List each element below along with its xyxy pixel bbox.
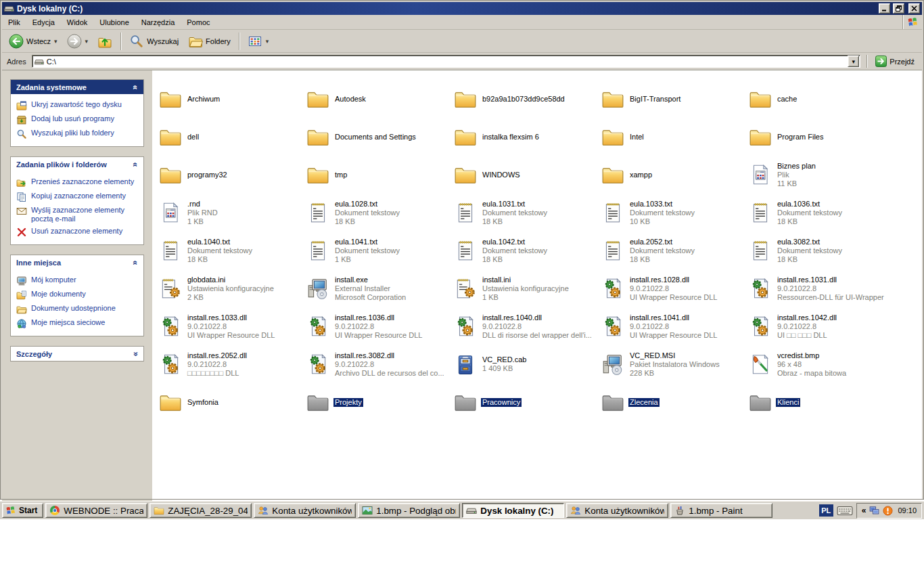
menu-item[interactable]: Edycja (26, 15, 61, 29)
menu-item[interactable]: Plik (2, 15, 26, 29)
file-item[interactable]: install.res.3082.dll 9.0.21022.8 Archivo… (305, 345, 453, 383)
file-item[interactable]: vcredist.bmp 96 x 48 Obraz - mapa bitowa (747, 345, 895, 383)
file-item[interactable]: Klienci (747, 383, 895, 421)
taskbar-task[interactable]: 1.bmp - Podgląd obrazó... (358, 503, 460, 518)
language-indicator[interactable]: PL (819, 504, 833, 517)
file-item[interactable]: Pracownicy (453, 383, 600, 421)
file-detail: 18 KB (628, 255, 696, 264)
sidebar-item[interactable]: Usuń zaznaczone elementy (15, 225, 141, 239)
sidebar-item[interactable]: Moje miejsca sieciowe (15, 316, 141, 330)
taskbar-task[interactable]: WEBNODE :: Praca kontr... (45, 503, 147, 518)
taskbar-task[interactable]: ZAJĘCIA_28-29_04_2015 (149, 503, 252, 518)
file-item[interactable]: install.res.1040.dll 9.0.21022.8 DLL di … (453, 307, 600, 345)
restore-button[interactable] (893, 3, 904, 14)
file-item[interactable]: VC_RED.MSI Pakiet Instalatora Windows 22… (600, 345, 747, 383)
menu-item[interactable]: Ulubione (93, 15, 135, 29)
file-item[interactable]: Program Files (747, 118, 895, 156)
menu-item[interactable]: Widok (61, 15, 94, 29)
file-detail: Ressourcen-DLL für UI-Wrapper (776, 293, 885, 302)
search-button[interactable]: Wyszukaj (125, 32, 183, 50)
back-button[interactable]: Wstecz (5, 32, 62, 50)
file-item[interactable]: eula.1036.txt Dokument tekstowy 18 KB (747, 194, 895, 232)
file-detail: 10 KB (628, 217, 696, 226)
sidebar-item[interactable]: Dodaj lub usuń programy (15, 112, 141, 127)
panel-header[interactable]: Szczegóły « (11, 347, 143, 361)
file-item[interactable]: install.res.1042.dll 9.0.21022.8 UI □□ □… (747, 307, 895, 345)
minimize-button[interactable] (879, 3, 890, 14)
address-input[interactable]: C:\ (32, 55, 861, 68)
file-item[interactable]: eula.1042.txt Dokument tekstowy 18 KB (453, 232, 600, 269)
sidebar-item[interactable]: Wyszukaj pliki lub foldery (15, 127, 141, 141)
taskbar-task[interactable]: 1.bmp - Paint (670, 503, 772, 518)
tray-expand-chevron-icon[interactable] (862, 506, 867, 515)
file-item[interactable]: install.exe External Installer Microsoft… (305, 269, 453, 307)
network-icon[interactable] (869, 506, 879, 516)
sidebar-item[interactable]: Kopiuj zaznaczone elementy (15, 190, 141, 204)
taskbar-task[interactable]: Konta użytkowników (566, 503, 668, 518)
file-detail: 96 x 48 (776, 360, 848, 369)
file-item[interactable]: xampp (600, 156, 747, 194)
file-item[interactable]: eula.1041.txt Dokument tekstowy 1 KB (305, 232, 453, 269)
file-detail: UI Wrapper Resource DLL (628, 331, 718, 340)
views-button[interactable] (244, 32, 273, 50)
panel-header[interactable]: Inne miejsca « (11, 255, 143, 269)
sidebar-item[interactable]: Mój komputer (15, 274, 141, 288)
sidebar-item[interactable]: Dokumenty udostępnione (15, 302, 141, 316)
go-button[interactable]: Przejdź (873, 54, 919, 68)
file-item[interactable]: eula.2052.txt Dokument tekstowy 18 KB (600, 232, 747, 269)
file-item[interactable]: cache (747, 80, 895, 118)
file-item[interactable]: BigIT-Transport (600, 80, 747, 118)
keyboard-icon[interactable] (837, 505, 853, 517)
file-item[interactable]: eula.1040.txt Dokument tekstowy 18 KB (158, 232, 305, 269)
file-item[interactable]: install.res.1028.dll 9.0.21022.8 UI Wrap… (600, 269, 747, 307)
taskbar-task[interactable]: Konta użytkowników (254, 503, 356, 518)
file-item[interactable]: globdata.ini Ustawienia konfiguracyjne 2… (158, 269, 305, 307)
file-item[interactable]: Symfonia (158, 383, 305, 421)
sidebar-item[interactable]: Moje dokumenty (15, 288, 141, 302)
warning-icon[interactable] (883, 506, 893, 516)
file-type-icon (454, 201, 477, 224)
file-item[interactable]: dell (158, 118, 305, 156)
panel-header[interactable]: Zadania systemowe « (11, 80, 143, 94)
sidebar-panel-file-tasks: Zadania plików i folderów « Przenieś zaz… (10, 156, 144, 245)
close-button[interactable] (908, 3, 920, 14)
file-item[interactable]: Zlecenia (600, 383, 747, 421)
sidebar-item[interactable]: Wyślij zaznaczone elementy pocztą e-mail (15, 204, 141, 225)
file-item[interactable]: install.res.1036.dll 9.0.21022.8 UI Wrap… (305, 307, 453, 345)
file-item[interactable]: eula.1031.txt Dokument tekstowy 18 KB (453, 194, 600, 232)
file-item[interactable]: VC_RED.cab 1 409 KB (453, 345, 600, 383)
file-item[interactable]: WINDOWS (453, 156, 600, 194)
taskbar-task[interactable]: Dysk lokalny (C:) (462, 503, 564, 518)
file-item[interactable]: Autodesk (305, 80, 453, 118)
start-button[interactable]: Start (2, 503, 43, 518)
file-item[interactable]: Biznes plan Plik 11 KB (747, 156, 895, 194)
file-item[interactable]: Projekty (305, 383, 453, 421)
file-item[interactable]: instalka flexsim 6 (453, 118, 600, 156)
file-item[interactable]: tmp (305, 156, 453, 194)
file-item[interactable]: eula.3082.txt Dokument tekstowy 18 KB (747, 232, 895, 269)
file-item[interactable]: eula.1028.txt Dokument tekstowy 18 KB (305, 194, 453, 232)
up-button[interactable] (93, 32, 116, 50)
file-item[interactable]: install.res.1041.dll 9.0.21022.8 UI Wrap… (600, 307, 747, 345)
folders-button[interactable]: Foldery (184, 32, 235, 50)
sidebar-item-icon (16, 129, 27, 139)
file-item[interactable]: Intel (600, 118, 747, 156)
address-dropdown-button[interactable] (848, 56, 859, 67)
menu-item[interactable]: Narzędzia (135, 15, 181, 29)
file-item[interactable]: install.res.2052.dll 9.0.21022.8 □□□□□□□… (158, 345, 305, 383)
file-item[interactable]: Archiwum (158, 80, 305, 118)
file-item[interactable]: b92a9a1b073dd9ce58dd (453, 80, 600, 118)
file-item[interactable]: install.res.1033.dll 9.0.21022.8 UI Wrap… (158, 307, 305, 345)
forward-button[interactable] (63, 32, 93, 50)
sidebar-item[interactable]: Ukryj zawartość tego dysku (15, 98, 141, 112)
file-item[interactable]: install.ini Ustawienia konfiguracyjne 1 … (453, 269, 600, 307)
file-item[interactable]: .rnd Plik RND 1 KB (158, 194, 305, 232)
sidebar-item[interactable]: Przenieś zaznaczone elementy (15, 175, 141, 190)
file-item[interactable]: install.res.1031.dll 9.0.21022.8 Ressour… (747, 269, 895, 307)
file-item[interactable]: programy32 (158, 156, 305, 194)
panel-header[interactable]: Zadania plików i folderów « (11, 157, 143, 171)
file-item[interactable]: eula.1033.txt Dokument tekstowy 10 KB (600, 194, 747, 232)
file-item[interactable]: Documents and Settings (305, 118, 453, 156)
menu-item[interactable]: Pomoc (181, 15, 216, 29)
file-name: xampp (628, 171, 653, 179)
